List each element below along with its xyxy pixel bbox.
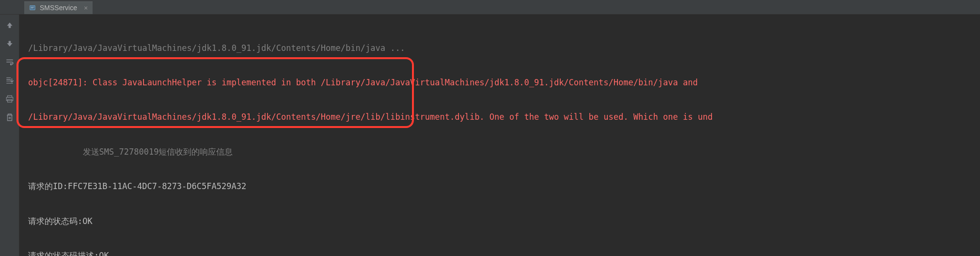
arrow-up-icon[interactable] [5,20,15,30]
run-config-icon [29,4,36,11]
console-line-error-2: /Library/Java/JavaVirtualMachines/jdk1.8… [28,112,971,123]
close-icon[interactable]: × [84,4,88,12]
tab-smsservice[interactable]: SMSService × [24,1,93,14]
tab-label: SMSService [40,4,77,12]
console-line-status-code: 请求的状态码:OK [28,216,971,227]
soft-wrap-icon[interactable] [5,57,15,67]
main-area: /Library/Java/JavaVirtualMachines/jdk1.8… [0,15,980,256]
console-line-send-sms: 发送SMS_72780019短信收到的响应信息 [28,146,971,158]
svg-rect-2 [31,8,33,8]
scroll-to-end-icon[interactable] [5,76,15,85]
print-icon[interactable] [5,94,15,104]
svg-rect-1 [31,7,34,7]
arrow-down-icon[interactable] [5,39,15,48]
console-line-request-id: 请求的ID:FFC7E31B-11AC-4DC7-8273-D6C5FA529A… [28,181,971,192]
trash-icon[interactable] [5,112,15,122]
tab-bar: SMSService × [0,0,980,15]
console-gutter [0,15,19,256]
console-line-status-desc: 请求的状态码描述:OK [28,250,971,256]
console-line-java-path: /Library/Java/JavaVirtualMachines/jdk1.8… [28,43,971,54]
console-output[interactable]: /Library/Java/JavaVirtualMachines/jdk1.8… [19,15,980,256]
console-line-error-1: objc[24871]: Class JavaLaunchHelper is i… [28,77,971,89]
